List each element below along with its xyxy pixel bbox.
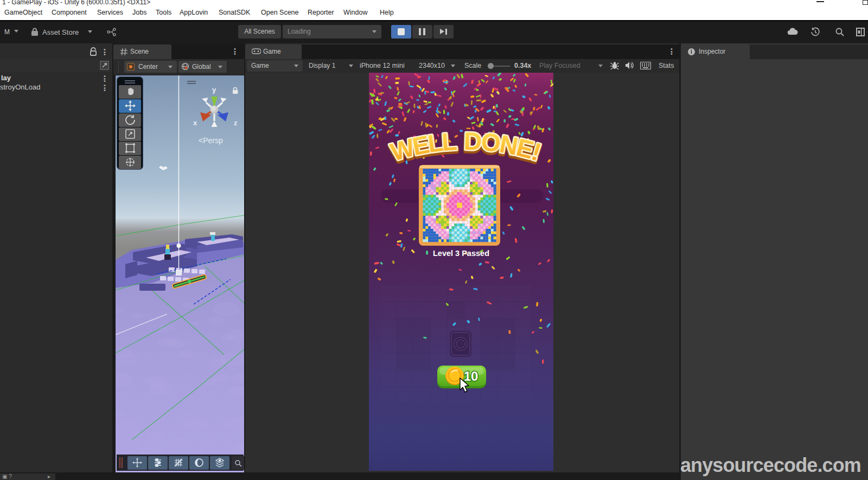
- svg-text:10: 10: [464, 369, 478, 383]
- svg-text:z: z: [234, 119, 238, 127]
- svg-text:L: L: [441, 127, 458, 156]
- svg-text:x: x: [193, 119, 197, 127]
- svg-text:y: y: [212, 86, 216, 94]
- svg-text:Level 3 Passed: Level 3 Passed: [433, 249, 489, 258]
- svg-text:D: D: [463, 127, 482, 156]
